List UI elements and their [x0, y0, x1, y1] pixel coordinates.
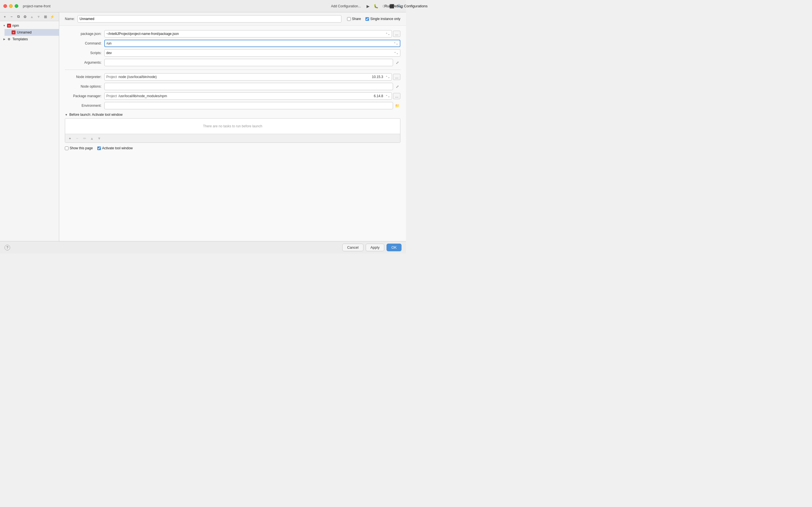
titlebar-left: project-name-front [3, 4, 50, 8]
share-label: Share [352, 17, 361, 21]
package-json-browse-button[interactable]: ... [393, 31, 400, 37]
scripts-value: dev [106, 51, 112, 55]
sidebar-item-unnamed[interactable]: n Unnamed [4, 29, 59, 36]
section-divider-1 [65, 69, 400, 70]
package-manager-row: Package manager: Project /usr/local/lib/… [65, 93, 400, 100]
arguments-control: ⤢ [104, 59, 400, 66]
before-launch-label: Before launch: Activate tool window [69, 113, 123, 117]
package-json-arrow-icon: ⌃⌄ [386, 33, 390, 36]
sidebar-item-npm[interactable]: ▼ n npm [0, 22, 59, 29]
arguments-label: Arguments: [65, 61, 104, 64]
before-launch-header[interactable]: ▼ Before launch: Activate tool window [65, 113, 400, 117]
group-button[interactable]: ⊞ [42, 13, 49, 20]
package-manager-dropdown[interactable]: Project /usr/local/lib/node_modules/npm … [104, 93, 392, 100]
help-button[interactable]: ? [4, 245, 10, 250]
node-options-row: Node options: ⤢ [65, 83, 400, 90]
before-launch-add-button[interactable]: + [67, 135, 73, 142]
single-instance-checkbox-label[interactable]: Single instance only [365, 17, 400, 21]
package-manager-version: 6.14.8 [374, 94, 383, 98]
before-launch-edit-button: ✏ [82, 135, 88, 142]
node-options-expand-icon[interactable]: ⤢ [394, 83, 400, 90]
no-tasks-message: There are no tasks to run before launch [65, 119, 400, 134]
package-manager-path: /usr/local/lib/node_modules/npm [118, 94, 373, 98]
sidebar-item-templates[interactable]: ▶ ⚙ Templates [0, 36, 59, 43]
activate-tool-window-checkbox[interactable] [97, 147, 101, 150]
settings-button[interactable]: ⚙ [22, 13, 28, 20]
maximize-button[interactable] [15, 4, 18, 8]
command-arrow-icon: ⌃⌄ [394, 42, 398, 45]
add-button[interactable]: + [2, 13, 8, 20]
debug-icon: 🐛 [373, 3, 379, 9]
name-input[interactable] [78, 15, 342, 22]
templates-icon: ⚙ [7, 37, 11, 41]
command-dropdown[interactable]: run ⌃⌄ [104, 40, 400, 47]
node-interpreter-dropdown[interactable]: Project node (/usr/local/bin/node) 10.15… [104, 73, 392, 80]
environment-input[interactable] [104, 102, 393, 109]
copy-button[interactable]: ⧉ [15, 13, 21, 20]
header-checkboxes: Share Single instance only [347, 17, 400, 21]
npm-children: n Unnamed [0, 29, 59, 36]
sidebar: + − ⧉ ⚙ ▲ ▼ ⊞ ⚡ ▼ n npm n [0, 12, 59, 241]
remove-button[interactable]: − [8, 13, 15, 20]
unnamed-icon: n [11, 30, 16, 35]
run-icon[interactable]: ▶ [365, 3, 371, 9]
bottom-left: ? [4, 245, 10, 250]
show-page-checkbox[interactable] [65, 147, 68, 150]
environment-control: 📁 [104, 102, 400, 109]
package-manager-control: Project /usr/local/lib/node_modules/npm … [104, 93, 400, 100]
package-json-value: ~/IntelliJProject/project-name-front/pac… [106, 32, 179, 36]
single-instance-checkbox[interactable] [365, 17, 369, 21]
before-launch-down-button: ▼ [96, 135, 102, 142]
node-options-input[interactable] [104, 83, 393, 90]
show-page-checkbox-label[interactable]: Show this page [65, 146, 93, 150]
package-manager-browse-button[interactable]: ... [393, 93, 400, 99]
npm-label: npm [12, 24, 19, 27]
scripts-dropdown[interactable]: dev ⌃⌄ [104, 49, 400, 57]
package-json-control: ~/IntelliJProject/project-name-front/pac… [104, 30, 400, 38]
main-layout: + − ⧉ ⚙ ▲ ▼ ⊞ ⚡ ▼ n npm n [0, 12, 406, 241]
before-launch-up-button: ▲ [89, 135, 95, 142]
before-launch-section: ▼ Before launch: Activate tool window Th… [65, 113, 400, 143]
activate-tool-window-label: Activate tool window [102, 146, 133, 150]
command-label: Command: [65, 41, 104, 45]
add-configuration-button[interactable]: Add Configuration... [329, 4, 363, 9]
package-manager-arrow-icon: ⌃⌄ [386, 95, 390, 98]
package-json-row: package.json: ~/IntelliJProject/project-… [65, 30, 400, 38]
share-checkbox-label[interactable]: Share [347, 17, 361, 21]
move-up-button: ▲ [29, 13, 35, 20]
unnamed-toggle [7, 31, 11, 34]
scripts-label: Scripts: [65, 51, 104, 55]
package-json-dropdown[interactable]: ~/IntelliJProject/project-name-front/pac… [104, 30, 392, 38]
npm-toggle[interactable]: ▼ [2, 24, 6, 27]
before-launch-collapse-icon: ▼ [65, 113, 68, 116]
before-launch-toolbar: + − ✏ ▲ ▼ [65, 134, 400, 143]
cancel-button[interactable]: Cancel [342, 244, 363, 251]
environment-expand-icon[interactable]: 📁 [394, 103, 400, 109]
scripts-arrow-icon: ⌃⌄ [394, 52, 398, 55]
command-control: run ⌃⌄ [104, 40, 400, 47]
minimize-button[interactable] [9, 4, 13, 8]
sidebar-tree: ▼ n npm n Unnamed ▶ ⚙ Templates [0, 21, 59, 241]
node-interpreter-path: node (/usr/local/bin/node) [118, 75, 372, 79]
single-instance-label: Single instance only [370, 17, 400, 21]
arguments-expand-icon[interactable]: ⤢ [394, 59, 400, 66]
ok-button[interactable]: OK [387, 244, 402, 251]
traffic-lights [3, 4, 18, 8]
node-interpreter-browse-button[interactable]: ... [393, 74, 400, 80]
move-down-button: ▼ [36, 13, 42, 20]
config-header: Name: Share Single instance only [59, 12, 406, 25]
bottom-right: Cancel Apply OK [342, 244, 402, 251]
command-row: Command: run ⌃⌄ [65, 40, 400, 47]
close-button[interactable] [3, 4, 7, 8]
window-title: Run/Debug Configurations [384, 4, 406, 8]
arguments-input[interactable] [104, 59, 393, 66]
apply-button[interactable]: Apply [366, 244, 385, 251]
npm-icon: n [7, 23, 11, 28]
activate-tool-window-checkbox-label[interactable]: Activate tool window [97, 146, 133, 150]
config-content: package.json: ~/IntelliJProject/project-… [59, 25, 406, 241]
sort-button[interactable]: ⚡ [49, 13, 55, 20]
bottom-bar: ? Cancel Apply OK [0, 241, 406, 253]
node-interpreter-version: 10.15.3 [372, 75, 383, 79]
templates-toggle[interactable]: ▶ [2, 37, 6, 41]
share-checkbox[interactable] [347, 17, 351, 21]
